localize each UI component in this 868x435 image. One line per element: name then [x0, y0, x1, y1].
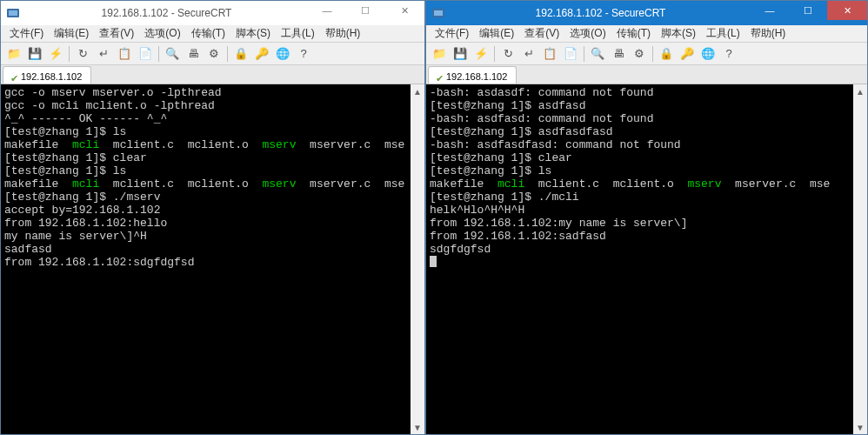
toolbar-separator [652, 46, 653, 62]
toolbar-separator [494, 46, 495, 62]
terminal-line: from 192.168.1.102:hello [4, 217, 421, 230]
terminal-output[interactable]: -bash: asdasdf: command not found[test@z… [426, 84, 867, 434]
close-button[interactable]: ✕ [384, 1, 424, 20]
disk-icon[interactable]: 💾 [451, 44, 470, 64]
disk-icon[interactable]: 💾 [25, 44, 44, 64]
session-tab[interactable]: ✔ 192.168.1.102 [428, 66, 517, 84]
maximize-button[interactable]: ☐ [346, 1, 384, 20]
menu-script[interactable]: 脚本(S) [656, 24, 701, 43]
help-icon[interactable]: ? [294, 44, 313, 64]
refresh-icon[interactable]: ↻ [73, 44, 92, 64]
menu-view[interactable]: 查看(V) [94, 24, 139, 43]
titlebar[interactable]: 192.168.1.102 - SecureCRT — ☐ ✕ [426, 1, 867, 25]
settings-icon[interactable]: ⚙ [630, 44, 649, 64]
app-icon [6, 6, 20, 20]
window-title: 192.168.1.102 - SecureCRT [451, 7, 751, 19]
terminal-line: -bash: asdfasd: command not found [430, 112, 864, 125]
lock-icon[interactable]: 🔒 [657, 44, 676, 64]
vertical-scrollbar[interactable]: ▲ ▼ [411, 84, 424, 434]
globe-icon[interactable]: 🌐 [273, 44, 292, 64]
terminal-line: [test@zhang 1]$ clear [430, 151, 864, 164]
titlebar[interactable]: 192.168.1.102 - SecureCRT — ☐ ✕ [1, 1, 424, 25]
folder-icon[interactable]: 📁 [4, 44, 23, 64]
close-button[interactable]: ✕ [827, 1, 867, 20]
print-icon[interactable]: 🖶 [609, 44, 628, 64]
enter-icon[interactable]: ↵ [519, 44, 538, 64]
menu-help[interactable]: 帮助(H) [745, 24, 791, 43]
terminal-line: makefile mcli mclient.c mclient.o mserv … [4, 138, 421, 151]
menu-options[interactable]: 选项(O) [139, 24, 185, 43]
terminal-line: from 192.168.1.102:sadfasd [430, 230, 864, 243]
lock-icon[interactable]: 🔒 [231, 44, 250, 64]
terminal-line: [test@zhang 1]$ ls [430, 164, 864, 177]
scroll-up-icon[interactable]: ▲ [853, 84, 867, 98]
window-title: 192.168.1.102 - SecureCRT [25, 7, 308, 19]
terminal-line: gcc -o mcli mclient.o -lpthread [4, 99, 421, 112]
toolbar: 📁 💾 ⚡ ↻ ↵ 📋 📄 🔍 🖶 ⚙ 🔒 🔑 🌐 ? [426, 43, 867, 65]
svg-rect-3 [434, 10, 443, 16]
minimize-button[interactable]: — [751, 1, 789, 20]
copy-icon[interactable]: 📋 [540, 44, 559, 64]
search-icon[interactable]: 🔍 [588, 44, 607, 64]
terminal-line: [test@zhang 1]$ ./mcli [430, 191, 864, 204]
terminal-line: makefile mcli mclient.c mclient.o mserv … [4, 177, 421, 191]
terminal-line: my name is server\]^H [4, 230, 421, 243]
menu-tools[interactable]: 工具(L) [701, 24, 745, 43]
terminal-line: [test@zhang 1]$ ./mserv [4, 191, 421, 204]
terminal-line: ^_^ ------ OK ------ ^_^ [4, 112, 421, 125]
terminal-line: makefile mcli mclient.c mclient.o mserv … [430, 177, 864, 191]
copy-icon[interactable]: 📋 [115, 44, 134, 64]
vertical-scrollbar[interactable]: ▲ ▼ [853, 84, 867, 434]
menu-file[interactable]: 文件(F) [4, 24, 49, 43]
paste-icon[interactable]: 📄 [561, 44, 580, 64]
terminal-output[interactable]: gcc -o mserv mserver.o -lpthreadgcc -o m… [1, 84, 424, 434]
help-icon[interactable]: ? [719, 44, 738, 64]
print-icon[interactable]: 🖶 [184, 44, 203, 64]
key-icon[interactable]: 🔑 [252, 44, 271, 64]
menu-tools[interactable]: 工具(L) [276, 24, 320, 43]
search-icon[interactable]: 🔍 [163, 44, 182, 64]
settings-icon[interactable]: ⚙ [204, 44, 224, 64]
minimize-button[interactable]: — [308, 1, 346, 20]
menu-edit[interactable]: 编辑(E) [49, 24, 94, 43]
toolbar-separator [227, 46, 228, 62]
menu-view[interactable]: 查看(V) [519, 24, 564, 43]
tabbar: ✔ 192.168.1.102 [1, 65, 424, 84]
menu-edit[interactable]: 编辑(E) [474, 24, 519, 43]
menubar: 文件(F) 编辑(E) 查看(V) 选项(O) 传输(T) 脚本(S) 工具(L… [426, 25, 867, 43]
svg-rect-1 [9, 10, 17, 16]
menu-transfer[interactable]: 传输(T) [611, 24, 656, 43]
terminal-line: sadfasd [4, 243, 421, 256]
terminal-line: -bash: asdfasdfasd: command not found [430, 138, 864, 151]
menu-help[interactable]: 帮助(H) [320, 24, 366, 43]
terminal-line: [test@zhang 1]$ asdfasdfasd [430, 125, 864, 138]
terminal-line: gcc -o mserv mserver.o -lpthread [4, 86, 421, 99]
menu-options[interactable]: 选项(O) [564, 24, 611, 43]
menubar: 文件(F) 编辑(E) 查看(V) 选项(O) 传输(T) 脚本(S) 工具(L… [1, 25, 424, 43]
toolbar: 📁 💾 ⚡ ↻ ↵ 📋 📄 🔍 🖶 ⚙ 🔒 🔑 🌐 ? [1, 43, 424, 65]
maximize-button[interactable]: ☐ [789, 1, 827, 20]
lightning-icon[interactable]: ⚡ [46, 44, 65, 64]
refresh-icon[interactable]: ↻ [498, 44, 517, 64]
tabbar: ✔ 192.168.1.102 [426, 65, 867, 84]
scroll-down-icon[interactable]: ▼ [853, 420, 867, 434]
globe-icon[interactable]: 🌐 [698, 44, 718, 64]
terminal-cursor [430, 256, 437, 267]
menu-script[interactable]: 脚本(S) [230, 24, 276, 43]
menu-transfer[interactable]: 传输(T) [186, 24, 230, 43]
menu-file[interactable]: 文件(F) [430, 24, 474, 43]
scroll-up-icon[interactable]: ▲ [411, 84, 424, 98]
enter-icon[interactable]: ↵ [94, 44, 113, 64]
toolbar-separator [69, 46, 70, 62]
securecrt-window-left: 192.168.1.102 - SecureCRT — ☐ ✕ 文件(F) 编辑… [0, 0, 425, 435]
paste-icon[interactable]: 📄 [136, 44, 155, 64]
terminal-line: [test@zhang 1]$ ls [4, 125, 421, 138]
securecrt-window-right: 192.168.1.102 - SecureCRT — ☐ ✕ 文件(F) 编辑… [425, 0, 868, 435]
scroll-down-icon[interactable]: ▼ [411, 420, 424, 434]
folder-icon[interactable]: 📁 [430, 44, 449, 64]
lightning-icon[interactable]: ⚡ [471, 44, 491, 64]
terminal-line: -bash: asdasdf: command not found [430, 86, 864, 99]
session-tab[interactable]: ✔ 192.168.1.102 [3, 66, 91, 84]
status-icon: ✔ [436, 73, 443, 80]
key-icon[interactable]: 🔑 [678, 44, 697, 64]
